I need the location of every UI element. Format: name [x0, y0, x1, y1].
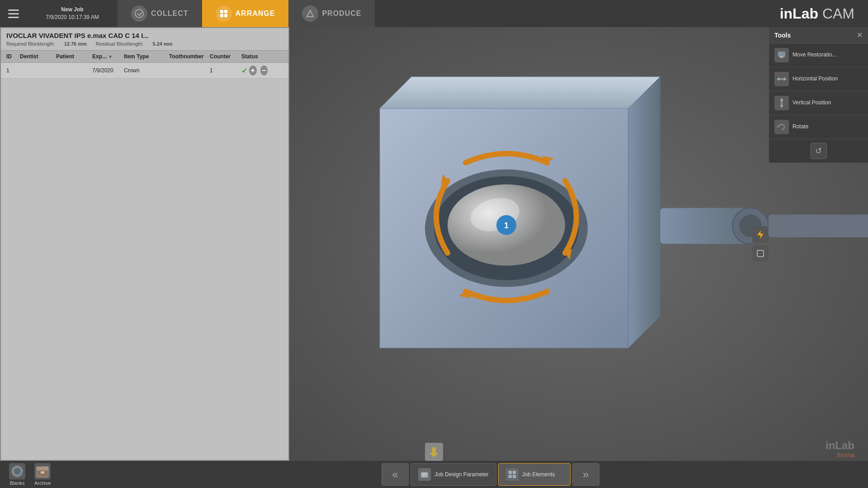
job-name: New Job [61, 6, 83, 14]
tab-job-design-label: Job Design Parameter [434, 471, 488, 478]
row-id: 1 [5, 66, 18, 75]
archive-icon [34, 463, 51, 479]
residual-block-value: 5.24 mm [153, 41, 173, 47]
svg-rect-44 [509, 475, 512, 478]
left-panel: IVOCLAR VIVADENT IPS e.max CAD C 14 I...… [0, 27, 289, 461]
step-collect[interactable]: COLLECT [118, 0, 202, 27]
tools-title: Tools [774, 32, 791, 39]
tool-horizontal-position[interactable]: Horizontal Position [769, 67, 868, 91]
col-status: Status [240, 52, 271, 61]
svg-rect-4 [224, 14, 227, 17]
collect-icon [131, 5, 147, 22]
vertical-position-icon [774, 96, 789, 110]
job-elements-tab-icon [506, 468, 519, 481]
tab-job-elements[interactable]: Job Elements [498, 463, 571, 486]
remove-row-button[interactable]: − [260, 66, 268, 75]
row-toothnumber [167, 70, 208, 71]
required-block-value: 12.76 mm [64, 41, 87, 47]
svg-rect-41 [422, 475, 425, 476]
svg-marker-29 [780, 99, 783, 101]
svg-rect-24 [780, 56, 783, 58]
tools-header: Tools ✕ [769, 27, 868, 43]
table-header: ID Dentist Patient Exp... ▼ Item Type To… [1, 51, 288, 63]
next-next-button[interactable]: » [572, 463, 599, 486]
svg-text:1: 1 [504, 221, 509, 230]
svg-rect-45 [513, 475, 516, 478]
row-dentist [18, 70, 54, 71]
svg-rect-42 [509, 471, 512, 474]
blanks-label: Blanks [9, 480, 24, 486]
tool-horizontal-position-label: Horizontal Position [793, 75, 838, 83]
center-indicator-button[interactable] [425, 443, 443, 461]
app-title-cam: CAM [818, 5, 854, 22]
produce-icon [302, 5, 318, 22]
archive-button[interactable]: Archive [34, 463, 51, 486]
panel-header: IVOCLAR VIVADENT IPS e.max CAD C 14 I...… [1, 28, 288, 51]
svg-rect-33 [757, 250, 764, 257]
sort-arrow-icon: ▼ [108, 54, 113, 59]
app-title-inlab: inLab [780, 5, 818, 22]
lightning-icon[interactable] [752, 226, 769, 243]
tools-close-button[interactable]: ✕ [857, 31, 863, 39]
tools-panel: Tools ✕ Move Restoratio... Horizontal Po… [769, 27, 868, 163]
tool-rotate-label: Rotate [793, 123, 808, 131]
move-restoration-icon [774, 48, 789, 62]
svg-marker-26 [777, 77, 779, 81]
col-patient: Patient [54, 52, 90, 61]
job-date: 7/9/2020 10:17:39 AM [46, 14, 99, 21]
blanks-button[interactable]: Blanks [9, 463, 25, 486]
prev-prev-button[interactable]: « [382, 463, 409, 486]
svg-marker-47 [429, 453, 439, 457]
svg-rect-3 [220, 14, 223, 17]
step-arrange[interactable]: ARRANGE [202, 0, 289, 27]
nav-steps: COLLECT ARRANGE PRODUCE [118, 0, 780, 27]
row-counter: 1 [208, 66, 240, 75]
tool-vertical-position[interactable]: Vertical Position [769, 91, 868, 115]
svg-rect-1 [220, 10, 223, 13]
svg-rect-39 [421, 472, 428, 478]
svg-rect-37 [37, 467, 48, 470]
right-side-icons [752, 226, 769, 262]
top-bar: New Job 7/9/2020 10:17:39 AM COLLECT ARR… [0, 0, 868, 27]
job-design-tab-icon [418, 468, 431, 481]
cube-icon[interactable] [752, 245, 769, 262]
horizontal-position-icon [774, 72, 789, 86]
svg-rect-38 [41, 471, 44, 474]
col-id: ID [5, 52, 18, 61]
step-collect-label: COLLECT [151, 9, 189, 18]
col-exp[interactable]: Exp... ▼ [90, 52, 122, 61]
svg-rect-43 [513, 471, 516, 474]
col-toothnumber: Toothnumber [167, 52, 208, 61]
table-row[interactable]: 1 7/9/2020 Crown 1 ✓ + − [1, 63, 288, 79]
tab-job-design[interactable]: Job Design Parameter [410, 463, 496, 486]
tool-rotate[interactable]: Rotate [769, 115, 868, 139]
step-produce[interactable]: PRODUCE [288, 0, 375, 27]
arrange-icon [216, 5, 232, 22]
svg-rect-46 [432, 447, 436, 453]
required-block-label: Required Blocklength: [6, 41, 55, 47]
svg-marker-6 [380, 77, 660, 108]
blanks-icon [9, 463, 25, 479]
svg-rect-2 [224, 10, 227, 13]
svg-rect-40 [422, 474, 427, 474]
col-dentist: Dentist [18, 52, 54, 61]
app-title: inLab CAM [780, 5, 868, 22]
bottom-bar: Blanks Archive « Job Design Parameter Jo… [0, 461, 868, 488]
add-row-button[interactable]: + [249, 66, 257, 75]
archive-label: Archive [34, 480, 51, 486]
residual-block-label: Residual Blocklength: [96, 41, 144, 47]
bottom-nav: « Job Design Parameter Job Elements » [113, 463, 868, 486]
table-body: 1 7/9/2020 Crown 1 ✓ + − [1, 63, 288, 79]
col-item-type: Item Type [122, 52, 167, 61]
tool-move-restoration[interactable]: Move Restoratio... [769, 43, 868, 67]
svg-marker-30 [780, 105, 783, 108]
svg-rect-16 [769, 215, 868, 237]
row-patient [54, 70, 90, 71]
step-produce-label: PRODUCE [322, 9, 361, 18]
row-status: ✓ + − [240, 65, 271, 76]
row-item-type: Crown [122, 66, 167, 75]
hamburger-menu[interactable] [0, 0, 27, 27]
svg-marker-27 [784, 77, 786, 81]
undo-button[interactable]: ↺ [811, 143, 827, 159]
bottom-left-icons: Blanks Archive [0, 463, 113, 486]
